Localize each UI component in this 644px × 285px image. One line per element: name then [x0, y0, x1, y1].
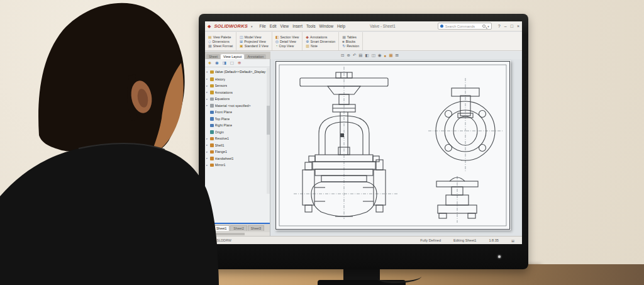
ribbon-item-note[interactable]: ▥Note — [306, 44, 335, 48]
search-icon[interactable] — [482, 25, 486, 28]
command-ribbon: ▤View Palette ◇Dimensions ▦Sheet Format … — [205, 32, 522, 51]
revision-icon: ↻ — [342, 44, 345, 48]
ribbon-item-detail-view[interactable]: ◎Detail View — [275, 40, 299, 43]
menu-insert[interactable]: Insert — [292, 24, 303, 28]
menu-help[interactable]: Help — [337, 24, 345, 28]
drawing-view-top[interactable] — [436, 176, 478, 223]
apply-scene-icon[interactable]: ▦ — [389, 53, 392, 58]
previous-view-icon[interactable]: ↶ — [353, 53, 356, 58]
logo-caret-icon[interactable]: ▾ — [251, 25, 253, 28]
menu-window[interactable]: Window — [319, 24, 333, 28]
tables-icon: ▦ — [342, 35, 346, 39]
crop-view-icon: ◔ — [275, 44, 278, 48]
annotations-icon: ◆ — [306, 35, 309, 39]
status-bar: Valve.SLDDRW Fully Defined Editing Sheet… — [205, 236, 522, 244]
tab-row: Sheet View Layout Annotation ⊡ ⊕ ↶ ▤ ◧ ◫… — [205, 52, 522, 59]
blocks-icon: ■ — [342, 40, 345, 43]
minimize-button[interactable]: – — [504, 24, 507, 28]
ribbon-item-blocks[interactable]: ■Blocks — [342, 40, 359, 43]
drawing-view-end[interactable] — [428, 78, 502, 171]
sheet-tab-2[interactable]: Sheet2 — [230, 225, 247, 231]
ribbon-item-revision[interactable]: ↻Revision — [342, 44, 359, 48]
close-button[interactable]: × — [517, 24, 519, 28]
drawing-sheet[interactable] — [275, 60, 511, 230]
search-caret-icon[interactable]: ▾ — [487, 25, 489, 28]
ribbon-item-crop-view[interactable]: ◔Crop View — [275, 44, 299, 48]
power-led-icon — [498, 255, 501, 258]
restore-button[interactable]: □ — [511, 24, 513, 28]
zoom-fit-icon[interactable]: ⊡ — [341, 53, 344, 58]
drawing-view-front[interactable] — [294, 67, 398, 219]
search-brand-icon — [440, 25, 443, 28]
ribbon-item-standard-3-view[interactable]: ▣Standard 3 View — [240, 44, 269, 48]
ribbon-group-tables: ▦Tables ■Blocks ↻Revision — [339, 32, 363, 50]
display-style-icon[interactable]: ◫ — [372, 53, 375, 58]
ribbon-item-section-view[interactable]: ◧Section View — [275, 35, 299, 39]
valve-drawing — [275, 60, 511, 230]
ribbon-group-annotation: ◆Annotations ⊕Smart Dimension ▥Note — [303, 32, 339, 50]
status-right-cluster: Fully Defined Editing Sheet1 1:8.35 ⊞ — [420, 238, 514, 243]
ribbon-item-projected-view[interactable]: ⊞Projected View — [240, 40, 269, 43]
note-icon: ▥ — [306, 44, 309, 48]
detail-view-icon: ◎ — [275, 40, 279, 43]
menu-bar: File Edit View Insert Tools Window Help — [260, 24, 345, 28]
ribbon-item-tables[interactable]: ▦Tables — [342, 35, 359, 39]
section-view-icon: ◧ — [275, 35, 279, 39]
zoom-area-icon[interactable]: ⊕ — [347, 53, 350, 58]
headsup-view-toolbar: ⊡ ⊕ ↶ ▤ ◧ ◫ ◉ ● ▦ ⊞ — [341, 53, 399, 58]
view-settings-icon[interactable]: ⊞ — [396, 53, 399, 58]
ribbon-group-views: ◫Model View ⊞Projected View ▣Standard 3 … — [236, 32, 272, 50]
tree-scrollbar-thumb[interactable] — [267, 106, 270, 135]
ribbon-item-smart-dimension[interactable]: ⊕Smart Dimension — [306, 40, 335, 43]
status-editing: Editing Sheet1 — [453, 238, 476, 242]
status-defined: Fully Defined — [420, 238, 441, 242]
sweater — [0, 143, 219, 285]
sheet-tab-3[interactable]: Sheet3 — [248, 225, 264, 231]
person — [0, 0, 226, 285]
dimxpert-manager-icon[interactable]: ▢ — [230, 60, 234, 65]
document-title: Valve - Sheet1 — [370, 24, 396, 28]
tab-annotation[interactable]: Annotation — [245, 54, 266, 59]
view-orientation-icon[interactable]: ◧ — [365, 53, 369, 58]
window-controls: ? – □ × — [498, 24, 519, 28]
monitor: ◆ SOLIDWORKS ▾ File Edit View Insert Too… — [199, 14, 528, 269]
menu-file[interactable]: File — [260, 24, 266, 28]
graphics-area[interactable] — [270, 59, 522, 236]
ribbon-item-annotations[interactable]: ◆Annotations — [306, 35, 335, 39]
units-grid-icon[interactable]: ⊞ — [511, 238, 514, 243]
ribbon-item-model-view[interactable]: ◫Model View — [240, 35, 269, 39]
display-manager-icon[interactable]: ⊕ — [238, 60, 241, 65]
menu-edit[interactable]: Edit — [270, 24, 277, 28]
cad-application-window: ◆ SOLIDWORKS ▾ File Edit View Insert Too… — [205, 21, 522, 244]
menu-tools[interactable]: Tools — [306, 24, 316, 28]
projected-view-icon: ⊞ — [240, 40, 243, 43]
menu-view[interactable]: View — [280, 24, 289, 28]
section-view-icon[interactable]: ▤ — [358, 53, 362, 58]
main-content: ◈ ◉ ◨ ▢ ⊕ ▾ Valve (Default<<Default>_Dis… — [205, 59, 522, 236]
model-view-icon: ◫ — [240, 35, 243, 39]
scene: ◆ SOLIDWORKS ▾ File Edit View Insert Too… — [0, 0, 644, 285]
smart-dimension-icon: ⊕ — [306, 40, 309, 43]
tree-scrollbar[interactable] — [267, 68, 270, 194]
hide-show-items-icon[interactable]: ◉ — [378, 53, 382, 58]
search-input[interactable]: Search Commands ▾ — [438, 23, 492, 30]
graphics-top-strip: ⊡ ⊕ ↶ ▤ ◧ ◫ ◉ ● ▦ ⊞ — [270, 52, 522, 59]
status-scale: 1:8.35 — [489, 238, 499, 242]
help-button[interactable]: ? — [498, 24, 501, 28]
title-bar: ◆ SOLIDWORKS ▾ File Edit View Insert Too… — [205, 21, 522, 31]
standard-3-view-icon: ▣ — [240, 44, 243, 48]
ribbon-group-sections: ◧Section View ◎Detail View ◔Crop View — [272, 32, 303, 50]
search-placeholder: Search Commands — [445, 25, 480, 28]
edit-appearance-icon[interactable]: ● — [384, 53, 387, 58]
